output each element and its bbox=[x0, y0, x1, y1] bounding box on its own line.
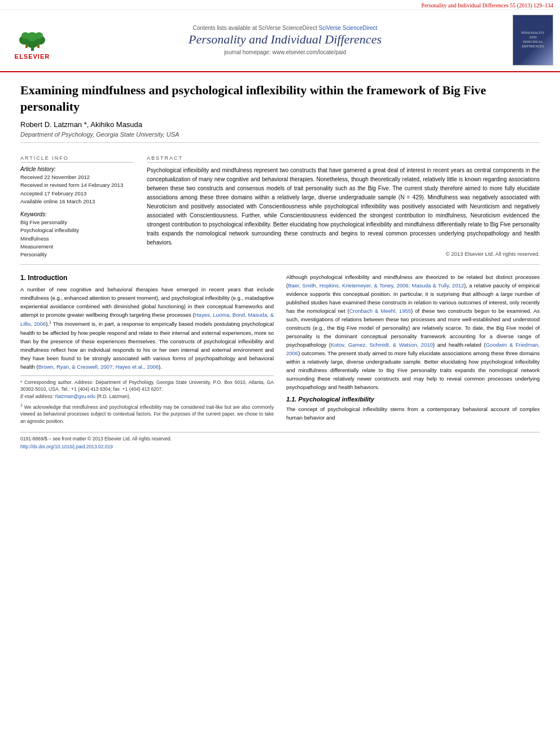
footnote-1: 1 We acknowledge that mindfulness and ps… bbox=[20, 403, 274, 425]
article-info-column: ARTICLE INFO Article history: Received 2… bbox=[20, 155, 133, 259]
right-body-column: Although psychological inflexibility and… bbox=[286, 273, 540, 426]
ref-cronbach-1955: Cronbach & Meehl, 1955 bbox=[349, 308, 411, 314]
received-date: Received 22 November 2012 bbox=[20, 173, 133, 181]
content-area: Examining mindfulness and psychological … bbox=[0, 72, 560, 426]
journal-title: Personality and Individual Differences bbox=[63, 32, 507, 47]
keyword-1: Big Five personality bbox=[20, 219, 133, 226]
accepted-date: Accepted 17 February 2013 bbox=[20, 190, 133, 198]
intro-paragraph-2: Although psychological inflexibility and… bbox=[286, 273, 540, 391]
available-date: Available online 16 March 2013 bbox=[20, 198, 133, 206]
article-title: Examining mindfulness and psychological … bbox=[20, 82, 540, 115]
keywords-label: Keywords: bbox=[20, 211, 133, 217]
keyword-3: Mindfulness bbox=[20, 235, 133, 243]
elsevier-label: ELSEVIER bbox=[15, 53, 50, 60]
ref-brown-2007: Brown, Ryan, & Creswell, 2007; Hayes et … bbox=[38, 364, 159, 370]
journal-homepage: journal homepage: www.elsevier.com/locat… bbox=[63, 49, 507, 55]
doi-link[interactable]: http://dx.doi.org/10.1016/j.paid.2013.02… bbox=[20, 444, 113, 449]
ref-kotov-2010: Kotov, Gamez, Schmidt, & Watson, 2010 bbox=[331, 342, 433, 348]
journal-header: Personality and Individual Differences 5… bbox=[0, 0, 560, 72]
psych-inflexibility-section-title: 1.1. Psychological inflexibility bbox=[286, 396, 540, 403]
left-body-column: 1. Introduction A number of new cognitiv… bbox=[20, 273, 274, 426]
footer-issn: 0191-8869/$ – see front matter © 2013 El… bbox=[20, 435, 540, 443]
journal-top-bar: Personality and Individual Differences 5… bbox=[0, 0, 560, 10]
footer-doi: http://dx.doi.org/10.1016/j.paid.2013.02… bbox=[20, 443, 540, 451]
journal-citation: Personality and Individual Differences 5… bbox=[421, 2, 553, 8]
page: Personality and Individual Differences 5… bbox=[0, 0, 560, 747]
svg-rect-7 bbox=[25, 45, 28, 48]
affiliation: Department of Psychology, Georgia State … bbox=[20, 131, 540, 138]
svg-rect-8 bbox=[37, 45, 40, 48]
keyword-2: Psychological inflexibility bbox=[20, 226, 133, 234]
journal-cover-thumbnail: PERSONALITYANDINDIVIDUALDIFFERENCES bbox=[513, 15, 553, 65]
sciverse-link[interactable]: SciVerse ScienceDirect bbox=[318, 25, 377, 31]
journal-banner: ELSEVIER Contents lists available at Sci… bbox=[0, 10, 560, 69]
abstract-text: Psychological inflexibility and mindfuln… bbox=[147, 166, 540, 247]
footnote-star: * Corresponding author. Address: Departm… bbox=[20, 379, 274, 394]
revised-date: Received in revised form 14 February 201… bbox=[20, 181, 133, 189]
ref-baer-2006: Baer, Smith, Hopkins, Krietemeyer, & Ton… bbox=[288, 282, 464, 289]
intro-paragraph-3: The concept of psychological inflexibili… bbox=[286, 405, 540, 422]
keyword-5: Personality bbox=[20, 251, 133, 259]
copyright-line: © 2013 Elsevier Ltd. All rights reserved… bbox=[147, 251, 540, 257]
email-link[interactable]: rlatzman@gsu.edu bbox=[55, 394, 95, 399]
sciverse-line: Contents lists available at SciVerse Sci… bbox=[63, 25, 507, 31]
abstract-label: ABSTRACT bbox=[147, 155, 540, 163]
page-footer: 0191-8869/$ – see front matter © 2013 El… bbox=[20, 432, 540, 455]
elsevier-tree-icon bbox=[14, 27, 51, 52]
intro-section-title: 1. Introduction bbox=[20, 274, 274, 282]
svg-point-6 bbox=[35, 32, 43, 39]
article-title-section: Examining mindfulness and psychological … bbox=[20, 72, 540, 143]
elsevier-logo: ELSEVIER bbox=[7, 20, 58, 60]
abstract-column: ABSTRACT Psychological inflexibility and… bbox=[147, 155, 540, 259]
footnote-email: E-mail address: rlatzman@gsu.edu (R.D. L… bbox=[20, 393, 274, 400]
svg-point-5 bbox=[21, 32, 29, 39]
article-history-label: Article history: bbox=[20, 166, 133, 172]
footnote-area: * Corresponding author. Address: Departm… bbox=[20, 375, 274, 425]
intro-paragraph-1: A number of new cognitive and behavioral… bbox=[20, 285, 274, 370]
article-info-label: ARTICLE INFO bbox=[20, 155, 133, 163]
keyword-4: Measurement bbox=[20, 243, 133, 251]
footnote-ref-1: 1 bbox=[49, 320, 51, 324]
ref-hayes-2006: Hayes, Luoma, Bond, Masuda, & Lillis, 20… bbox=[20, 312, 274, 327]
journal-center: Contents lists available at SciVerse Sci… bbox=[58, 25, 513, 55]
info-abstract-section: ARTICLE INFO Article history: Received 2… bbox=[20, 148, 540, 265]
body-columns: 1. Introduction A number of new cognitiv… bbox=[20, 273, 540, 426]
authors: Robert D. Latzman *, Akihiko Masuda bbox=[20, 120, 540, 129]
